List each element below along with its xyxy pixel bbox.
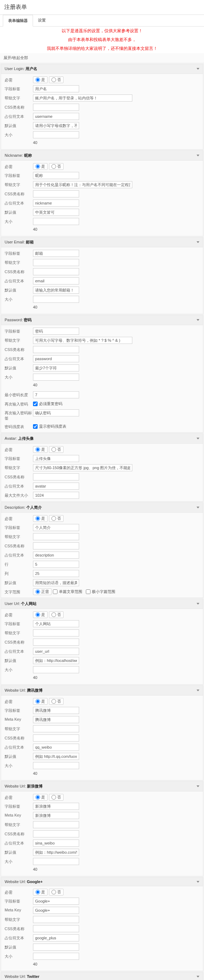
text-input[interactable] (33, 533, 79, 540)
caret-icon[interactable] (196, 786, 199, 787)
radio-input[interactable] (51, 447, 56, 452)
text-input[interactable] (33, 85, 79, 92)
text-input[interactable] (33, 131, 79, 138)
text-input[interactable] (33, 286, 79, 294)
text-input[interactable] (33, 716, 79, 723)
tab-settings[interactable]: 设置 (33, 15, 51, 26)
text-input[interactable] (33, 561, 79, 568)
radio-essential[interactable]: 正需 (33, 589, 51, 595)
checkbox[interactable] (86, 589, 90, 594)
text-input[interactable] (33, 464, 132, 471)
tab-editor[interactable]: 表单编辑器 (3, 15, 33, 27)
toggle-all[interactable]: 展开/收起全部 (0, 53, 204, 63)
text-input[interactable] (33, 639, 79, 646)
text-input[interactable] (33, 753, 79, 760)
caret-icon[interactable] (196, 438, 199, 439)
text-input[interactable] (33, 337, 132, 344)
caret-icon[interactable] (196, 976, 199, 977)
section-header[interactable]: Avatar: 上传头像 (1, 434, 203, 444)
radio-input[interactable] (51, 516, 56, 521)
text-input[interactable] (33, 328, 79, 335)
caret-icon[interactable] (196, 507, 199, 508)
text-input[interactable] (33, 735, 79, 741)
text-input[interactable] (33, 94, 132, 102)
radio-yes[interactable]: 是 (33, 889, 48, 896)
radio-no[interactable]: 否 (49, 889, 64, 896)
radio-no[interactable]: 否 (49, 446, 64, 453)
radio-input[interactable] (35, 612, 40, 617)
radio-input[interactable] (51, 612, 56, 617)
radio-input[interactable] (35, 164, 40, 169)
text-input[interactable] (33, 296, 79, 303)
text-input[interactable] (33, 122, 79, 129)
text-input[interactable] (33, 953, 79, 960)
text-input[interactable] (33, 524, 79, 531)
text-input[interactable] (33, 657, 79, 664)
section-header[interactable]: User Url: 个人网站 (1, 599, 203, 609)
text-input[interactable] (33, 821, 79, 828)
text-input[interactable] (33, 916, 79, 923)
text-input[interactable] (33, 629, 79, 636)
caret-icon[interactable] (196, 689, 199, 691)
section-header[interactable]: User Login: 用户名 (1, 64, 203, 74)
text-input[interactable] (33, 355, 79, 362)
text-input[interactable] (33, 199, 79, 207)
radio-no[interactable]: 否 (49, 794, 64, 801)
text-input[interactable] (33, 648, 79, 655)
section-header[interactable]: Website Url: Google+ (1, 877, 203, 886)
section-header[interactable]: User Email: 邮箱 (1, 237, 203, 247)
text-input[interactable] (33, 925, 79, 932)
radio-no[interactable]: 否 (49, 76, 64, 83)
text-input[interactable] (33, 374, 79, 381)
radio-input[interactable] (35, 516, 40, 521)
text-input[interactable] (33, 250, 79, 257)
radio-no[interactable]: 否 (49, 611, 64, 618)
text-input[interactable] (33, 409, 79, 417)
text-input[interactable] (33, 482, 79, 490)
caret-icon[interactable] (196, 154, 199, 156)
radio-input[interactable] (35, 78, 40, 82)
radio-no[interactable]: 否 (49, 163, 64, 170)
text-input[interactable] (33, 455, 79, 462)
section-header[interactable]: Password: 密码 (1, 315, 203, 325)
radio-yes[interactable]: 是 (33, 611, 48, 618)
text-input[interactable] (33, 172, 79, 179)
radio-input[interactable] (35, 795, 40, 800)
caret-icon[interactable] (196, 68, 199, 70)
text-input[interactable] (33, 181, 132, 188)
text-input[interactable] (33, 113, 79, 120)
radio-input[interactable] (35, 890, 40, 894)
text-input[interactable] (33, 268, 79, 275)
text-input[interactable] (33, 259, 79, 266)
radio-yes[interactable]: 是 (33, 163, 48, 170)
section-header[interactable]: Website Url: 腾讯微博 (1, 686, 203, 695)
text-input[interactable] (33, 391, 79, 398)
caret-icon[interactable] (196, 603, 199, 605)
text-input[interactable] (33, 570, 79, 577)
radio-yes[interactable]: 是 (33, 515, 48, 522)
section-header[interactable]: Website Url: 新浪微博 (1, 781, 203, 791)
section-header[interactable]: Description: 个人简介 (1, 503, 203, 513)
radio-no[interactable]: 否 (49, 515, 64, 522)
radio-no[interactable]: 否 (49, 698, 64, 705)
text-input[interactable] (33, 943, 79, 951)
checkbox[interactable] (53, 589, 58, 594)
radio-yes[interactable]: 是 (33, 76, 48, 83)
text-input[interactable] (33, 725, 79, 732)
radio-input[interactable] (51, 795, 56, 800)
text-input[interactable] (33, 840, 79, 846)
text-input[interactable] (33, 666, 79, 673)
text-input[interactable] (33, 744, 79, 751)
text-input[interactable] (33, 707, 79, 714)
text-input[interactable] (33, 364, 79, 371)
text-input[interactable] (33, 552, 79, 558)
section-header[interactable]: Website Url: Twitter (1, 972, 203, 980)
checkbox[interactable] (33, 402, 38, 406)
text-input[interactable] (33, 803, 79, 810)
radio-input[interactable] (51, 699, 56, 704)
text-input[interactable] (33, 934, 79, 942)
text-input[interactable] (33, 492, 79, 499)
text-input[interactable] (33, 812, 79, 819)
section-header[interactable]: Nickname: 昵称 (1, 151, 203, 161)
radio-yes[interactable]: 是 (33, 698, 48, 705)
